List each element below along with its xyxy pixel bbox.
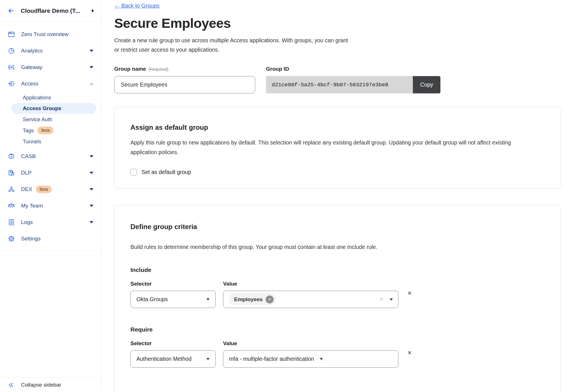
include-rule-row: Selector Okta Groups Value Employees ✕ ✕ — [130, 281, 545, 308]
back-to-groups-link[interactable]: ← Back to Groups — [114, 3, 159, 9]
sidebar-item-tags[interactable]: Tags Beta — [0, 125, 101, 136]
sidebar-item-label: Tunnels — [23, 139, 41, 145]
card-description: Apply this rule group to new application… — [130, 138, 531, 157]
sidebar-item-dlp[interactable]: DLP — [0, 165, 101, 181]
account-switcher[interactable]: Cloudflare Demo (T... — [0, 0, 101, 22]
require-value-dropdown[interactable]: mfa - multiple-factor authentication — [223, 350, 398, 368]
include-selector-dropdown[interactable]: Okta Groups — [130, 291, 216, 308]
assign-default-group-card: Assign as default group Apply this rule … — [114, 107, 561, 189]
sidebar-item-label: Tags — [23, 127, 34, 134]
sidebar-item-logs[interactable]: Logs — [0, 214, 101, 230]
remove-chip-icon[interactable]: ✕ — [266, 295, 274, 303]
clear-values-icon[interactable]: ✕ — [379, 296, 384, 303]
required-hint: (Required) — [148, 67, 168, 72]
sidebar-item-tunnels[interactable]: Tunnels — [0, 136, 101, 147]
gateway-icon — [8, 64, 15, 71]
sidebar-item-casb[interactable]: CASB — [0, 148, 101, 165]
sidebar-item-zero-trust-overview[interactable]: Zero Trust overview — [0, 26, 101, 43]
selected-value: Okta Groups — [136, 296, 168, 303]
group-id-value: d21ce80f-5a25-4bcf-9b07-5032197e3be8 — [266, 76, 413, 93]
sidebar-nav: Zero Trust overview Analytics Gateway Ac… — [0, 22, 101, 251]
include-value-multiselect[interactable]: Employees ✕ ✕ — [223, 291, 398, 308]
back-arrow-icon[interactable] — [7, 7, 15, 14]
remove-require-rule-button[interactable]: ✕ — [407, 349, 412, 356]
selected-value: mfa - multiple-factor authentication — [229, 356, 314, 362]
chevron-down-icon — [90, 188, 93, 190]
page-title: Secure Employees — [114, 15, 568, 31]
group-name-label: Group name — [114, 66, 146, 72]
chevron-down-icon — [90, 205, 93, 207]
sidebar-divider — [0, 251, 101, 251]
card-title: Assign as default group — [130, 123, 545, 131]
beta-badge: Beta — [38, 127, 53, 134]
sidebar-item-label: Analytics — [21, 48, 43, 54]
sidebar-item-label: My Team — [21, 203, 43, 209]
include-value-group: Value Employees ✕ ✕ — [223, 281, 398, 308]
sidebar-item-access[interactable]: Access — [0, 76, 101, 92]
sidebar-item-gateway[interactable]: Gateway — [0, 59, 101, 76]
sidebar-item-label: DEX — [21, 186, 32, 192]
page-description: Create a new rule group to use across mu… — [114, 36, 568, 54]
overview-window-icon — [8, 31, 15, 38]
selector-label: Selector — [130, 281, 216, 287]
logs-document-icon — [8, 219, 15, 226]
page-description-line: Create a new rule group to use across mu… — [114, 36, 568, 45]
require-value-group: Value mfa - multiple-factor authenticati… — [223, 340, 398, 368]
chevron-down-icon — [320, 358, 323, 360]
sidebar-item-my-team[interactable]: My Team — [0, 198, 101, 214]
sidebar-item-label: Gateway — [21, 64, 42, 70]
gear-icon — [8, 235, 15, 242]
value-label: Value — [223, 281, 398, 287]
chevron-down-icon — [390, 298, 393, 301]
sidebar-item-label: DLP — [21, 170, 32, 176]
collapse-sidebar-button[interactable]: Collapse sidebar — [0, 378, 101, 392]
remove-include-rule-button[interactable]: ✕ — [407, 290, 412, 297]
chevron-up-icon — [90, 83, 93, 85]
require-selector-dropdown[interactable]: Authentication Method — [130, 350, 216, 368]
chevron-down-icon — [90, 66, 93, 68]
value-label: Value — [223, 340, 398, 347]
analytics-pie-icon — [8, 47, 15, 54]
chevron-down-icon — [90, 50, 93, 52]
group-id-label: Group ID — [266, 66, 440, 72]
chevron-down-icon — [206, 298, 210, 301]
group-id-field-group: Group ID d21ce80f-5a25-4bcf-9b07-5032197… — [266, 66, 440, 93]
include-section-label: Include — [130, 267, 545, 273]
card-description: Build rules to determine membership of t… — [130, 242, 531, 252]
sidebar-item-label: Logs — [21, 219, 33, 225]
copy-button[interactable]: Copy — [413, 76, 440, 93]
account-name: Cloudflare Demo (T... — [21, 7, 90, 14]
group-name-id-row: Group name(Required) Group ID d21ce80f-5… — [114, 66, 568, 93]
include-selector-group: Selector Okta Groups — [130, 281, 216, 308]
sidebar-item-settings[interactable]: Settings — [0, 230, 101, 247]
sidebar-item-label: Service Auth — [23, 116, 52, 123]
chevron-down-icon — [90, 172, 93, 174]
sidebar-item-applications[interactable]: Applications — [0, 92, 101, 103]
selected-value: Authentication Method — [136, 356, 192, 362]
sidebar: Cloudflare Demo (T... Zero Trust overvie… — [0, 0, 101, 392]
sidebar-item-label: Settings — [21, 236, 41, 242]
my-team-people-icon — [8, 202, 15, 209]
dex-network-icon — [8, 186, 15, 193]
collapse-sidebar-label: Collapse sidebar — [21, 382, 61, 388]
sidebar-item-label: Access Groups — [23, 105, 61, 112]
double-chevron-left-icon — [8, 382, 14, 389]
group-name-field-group: Group name(Required) — [114, 66, 255, 93]
sidebar-item-service-auth[interactable]: Service Auth — [0, 114, 101, 125]
sidebar-item-access-groups[interactable]: Access Groups — [11, 103, 96, 114]
page-description-line: or restrict user access to your applicat… — [114, 45, 568, 54]
chip-label: Employees — [234, 296, 263, 303]
require-rule-row: Selector Authentication Method Value mfa… — [130, 340, 545, 368]
sidebar-item-dex[interactable]: DEX Beta — [0, 181, 101, 198]
require-selector-group: Selector Authentication Method — [130, 340, 216, 368]
access-icon — [8, 80, 15, 87]
selector-label: Selector — [130, 340, 216, 347]
caret-right-icon[interactable] — [92, 9, 94, 12]
chevron-down-icon — [206, 358, 210, 360]
sidebar-item-analytics[interactable]: Analytics — [0, 43, 101, 59]
sidebar-item-label: Applications — [23, 95, 51, 101]
set-default-group-checkbox[interactable] — [130, 169, 137, 175]
dlp-document-lock-icon — [8, 169, 15, 177]
default-group-checkbox-row: Set as default group — [130, 169, 545, 175]
group-name-input[interactable] — [114, 76, 255, 93]
